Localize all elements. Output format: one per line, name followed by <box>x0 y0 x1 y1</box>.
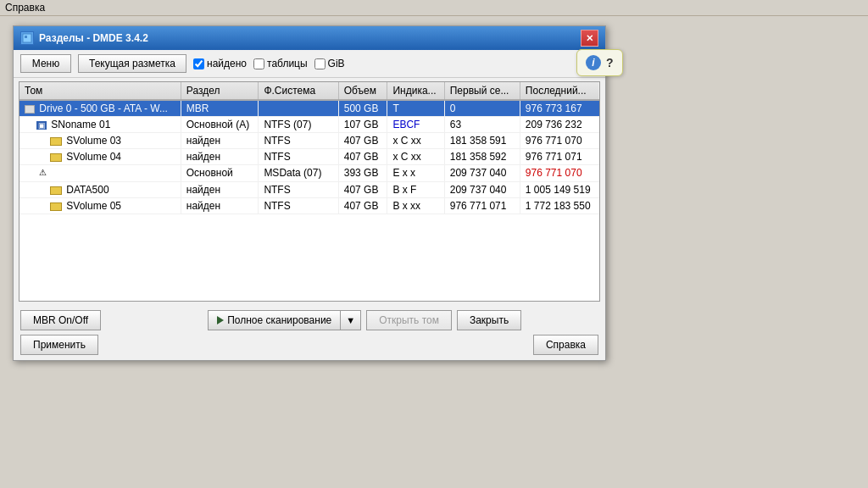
folder-icon <box>50 137 62 146</box>
help-button[interactable]: Справка <box>533 335 598 355</box>
bottom-row-1: MBR On/Off Полное сканирование ▼ Открыть… <box>20 310 598 330</box>
cell-fs: MSData (07) <box>259 165 338 182</box>
warning-icon: ⚠ <box>36 168 48 180</box>
cell-fs: NTFS <box>259 181 338 197</box>
cell-ind: B x F <box>387 181 444 197</box>
box-icon-small <box>25 105 35 114</box>
tables-label: таблицы <box>267 58 308 69</box>
dialog-titlebar: Разделы - DMDE 3.4.2 ✕ <box>14 26 605 50</box>
cell-first: 0 <box>444 100 520 117</box>
table-row[interactable]: SVolume 04 найден NTFS 407 GB x C xx 181… <box>19 149 599 165</box>
cell-ind: B x xx <box>387 197 444 214</box>
folder-icon <box>50 202 62 211</box>
cell-tom: SVolume 05 <box>19 197 181 214</box>
col-header-vol[interactable]: Объем <box>338 82 387 100</box>
found-checkbox[interactable] <box>193 58 204 69</box>
open-vol-button[interactable]: Открыть том <box>366 310 452 330</box>
col-header-razdel[interactable]: Раздел <box>181 82 259 100</box>
bottom-row-2: Применить Справка <box>20 335 598 355</box>
cell-vol: 107 GB <box>338 117 387 133</box>
cell-tom: SVolume 03 <box>19 133 181 149</box>
bottom-area: MBR On/Off Полное сканирование ▼ Открыть… <box>14 305 605 360</box>
gib-checkbox[interactable] <box>314 58 326 69</box>
bottom-row-right: Справка <box>118 335 598 355</box>
partition-table: Том Раздел Ф.Система Объем Индика... Пер… <box>19 82 599 214</box>
cell-tom: DATA500 <box>19 181 181 197</box>
close-button[interactable]: Закрыть <box>457 310 521 330</box>
flag-icon: ▣ <box>36 121 47 130</box>
cell-razdel: Основной <box>181 165 259 182</box>
cell-vol: 407 GB <box>338 133 387 149</box>
bg-menubar: Справка <box>0 0 868 16</box>
dialog-title: Разделы - DMDE 3.4.2 <box>39 32 148 44</box>
info-bubble[interactable]: i ? <box>576 49 623 76</box>
col-header-ind[interactable]: Индика... <box>387 82 444 100</box>
mbr-on-off-button[interactable]: MBR On/Off <box>20 310 101 330</box>
scan-label: Полное сканирование <box>227 314 331 326</box>
cell-last: 976 771 070 <box>520 165 599 182</box>
table-row[interactable]: SVolume 03 найден NTFS 407 GB x C xx 181… <box>19 133 599 149</box>
col-header-tom[interactable]: Том <box>19 82 181 100</box>
close-button[interactable]: ✕ <box>581 30 598 47</box>
cell-last: 976 773 167 <box>520 100 599 117</box>
table-body: Drive 0 - 500 GB - ATA - W... MBR 500 GB… <box>19 100 599 214</box>
found-label: найдено <box>207 58 247 69</box>
cell-razdel: найден <box>181 197 259 214</box>
col-header-fs[interactable]: Ф.Система <box>259 82 338 100</box>
cell-ind: E x x <box>387 165 444 182</box>
cell-first: 209 737 040 <box>444 165 520 182</box>
menu-button[interactable]: Меню <box>20 54 71 73</box>
col-header-first[interactable]: Первый се... <box>444 82 520 100</box>
cell-fs <box>259 100 338 117</box>
cell-vol: 500 GB <box>338 100 387 117</box>
scan-btn-group-wrapper: Полное сканирование ▼ <box>208 310 361 330</box>
cell-ind: EBCF <box>387 117 444 133</box>
table-row[interactable]: DATA500 найден NTFS 407 GB B x F 209 737… <box>19 181 599 197</box>
apply-button[interactable]: Применить <box>20 335 98 355</box>
table-row[interactable]: SVolume 05 найден NTFS 407 GB B x xx 976… <box>19 197 599 214</box>
titlebar-left: Разделы - DMDE 3.4.2 <box>20 31 148 45</box>
cell-fs: NTFS <box>259 133 338 149</box>
cell-tom: ⚠ <box>19 165 181 182</box>
scan-dropdown-button[interactable]: ▼ <box>340 310 361 330</box>
cell-razdel: Основной (A) <box>181 117 259 133</box>
cell-first: 976 771 071 <box>444 197 520 214</box>
bg-menu-item[interactable]: Справка <box>5 2 45 14</box>
cell-last: 1 772 183 550 <box>520 197 599 214</box>
cell-vol: 407 GB <box>338 181 387 197</box>
info-icon: i <box>586 55 601 70</box>
cell-vol: 393 GB <box>338 165 387 182</box>
folder-icon <box>50 186 62 195</box>
scan-button-group: Полное сканирование ▼ <box>208 310 361 330</box>
svg-rect-1 <box>25 36 27 38</box>
folder-icon <box>50 153 62 162</box>
cell-last: 976 771 070 <box>520 133 599 149</box>
scan-main-button[interactable]: Полное сканирование <box>208 310 340 330</box>
cell-first: 181 358 591 <box>444 133 520 149</box>
dialog-icon <box>20 31 34 45</box>
tables-checkbox-label[interactable]: таблицы <box>253 58 308 69</box>
question-mark: ? <box>606 56 614 69</box>
cell-razdel: найден <box>181 133 259 149</box>
gib-checkbox-label[interactable]: GiB <box>314 58 345 69</box>
cell-first: 63 <box>444 117 520 133</box>
cell-first: 181 358 592 <box>444 149 520 165</box>
found-checkbox-label[interactable]: найдено <box>193 58 247 69</box>
cell-tom: Drive 0 - 500 GB - ATA - W... <box>19 100 181 117</box>
table-row[interactable]: ⚠ Основной MSData (07) 393 GB E x x 209 … <box>19 165 599 182</box>
cell-fs: NTFS <box>259 197 338 214</box>
table-row[interactable]: ▣ SNoname 01 Основной (A) NTFS (07) 107 … <box>19 117 599 133</box>
cell-razdel: MBR <box>181 100 259 117</box>
col-header-last[interactable]: Последний... <box>520 82 599 100</box>
cell-last: 976 771 071 <box>520 149 599 165</box>
gib-label: GiB <box>328 58 345 69</box>
table-header-row: Том Раздел Ф.Система Объем Индика... Пер… <box>19 82 599 100</box>
layout-button[interactable]: Текущая разметка <box>78 54 186 73</box>
cell-ind: T <box>387 100 444 117</box>
table-row[interactable]: Drive 0 - 500 GB - ATA - W... MBR 500 GB… <box>19 100 599 117</box>
tables-checkbox[interactable] <box>253 58 264 69</box>
cell-last: 209 736 232 <box>520 117 599 133</box>
cell-razdel: найден <box>181 149 259 165</box>
cell-first: 209 737 040 <box>444 181 520 197</box>
cell-last: 1 005 149 519 <box>520 181 599 197</box>
